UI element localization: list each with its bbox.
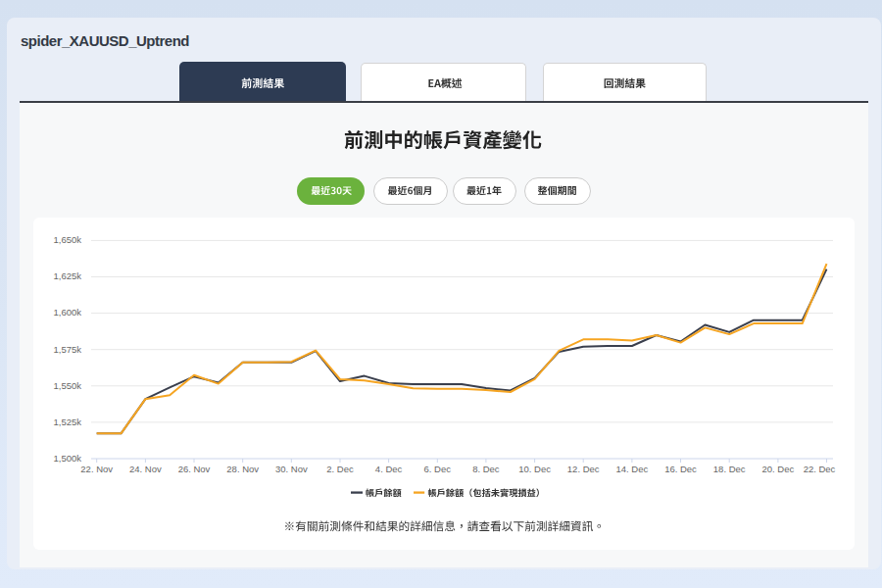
svg-text:22. Nov: 22. Nov [80, 464, 113, 474]
svg-text:1,525k: 1,525k [53, 416, 81, 427]
svg-text:1,550k: 1,550k [53, 380, 81, 391]
svg-text:30. Nov: 30. Nov [275, 464, 308, 474]
svg-text:6. Dec: 6. Dec [424, 464, 452, 474]
svg-text:10. Dec: 10. Dec [518, 464, 551, 474]
svg-text:22. Dec: 22. Dec [804, 464, 836, 474]
svg-text:1,625k: 1,625k [53, 270, 81, 281]
svg-text:1,600k: 1,600k [53, 307, 81, 318]
svg-text:24. Nov: 24. Nov [129, 464, 162, 474]
svg-text:8. Dec: 8. Dec [472, 464, 500, 474]
svg-text:20. Dec: 20. Dec [762, 464, 795, 474]
svg-text:18. Dec: 18. Dec [713, 464, 746, 474]
svg-text:2. Dec: 2. Dec [326, 464, 354, 474]
svg-text:16. Dec: 16. Dec [664, 464, 697, 474]
svg-text:14. Dec: 14. Dec [616, 464, 649, 474]
svg-text:1,500k: 1,500k [53, 453, 81, 464]
svg-text:28. Nov: 28. Nov [226, 464, 259, 474]
svg-text:4. Dec: 4. Dec [375, 464, 403, 474]
svg-text:1,650k: 1,650k [53, 234, 81, 245]
svg-text:26. Nov: 26. Nov [178, 464, 211, 474]
svg-text:12. Dec: 12. Dec [567, 464, 600, 474]
svg-text:1,575k: 1,575k [53, 344, 81, 355]
